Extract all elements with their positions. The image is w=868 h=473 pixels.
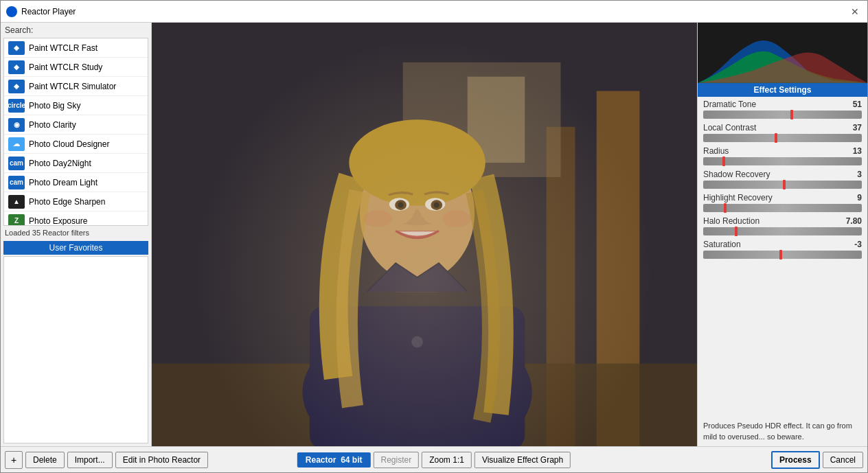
image-area	[152, 23, 697, 446]
setting-value-1: 37	[853, 123, 862, 132]
add-button[interactable]: +	[5, 451, 23, 469]
filter-label-paint-wtclr-study: Paint WTCLR Study	[29, 62, 102, 72]
setting-header-0: Dramatic Tone51	[703, 100, 862, 109]
setting-header-3: Shadow Recovery3	[703, 170, 862, 179]
filter-icon-paint-wtclr-study: ◆	[14, 63, 19, 71]
setting-header-1: Local Contrast37	[703, 123, 862, 132]
slider-thumb-3	[783, 180, 786, 189]
favorites-area	[3, 256, 148, 444]
bottom-right-controls: Process Cancel	[771, 451, 863, 469]
filter-icon-paint-wtclr-simulator: ◆	[14, 82, 19, 90]
setting-name-2: Radius	[703, 146, 729, 156]
filter-item-paint-wtclr-study[interactable]: ◆Paint WTCLR Study	[4, 58, 148, 77]
photo-overlay	[152, 23, 697, 446]
slider-track-0[interactable]	[703, 111, 862, 119]
bottom-left-controls: + Delete Import... Edit in Photo Reactor	[5, 451, 208, 469]
visualize-effect-graph-button[interactable]: Visualize Effect Graph	[475, 452, 571, 468]
slider-track-3[interactable]	[703, 181, 862, 189]
filter-icon-photo-edge-sharpen: ▲	[13, 198, 20, 205]
slider-track-6[interactable]	[703, 251, 862, 259]
slider-thumb-4	[724, 203, 727, 213]
titlebar: Reactor Player ✕	[1, 1, 867, 23]
effect-description: Produces Pseudo HDR effect. It can go fr…	[698, 417, 867, 446]
filter-item-photo-dream-light[interactable]: camPhoto Dream Light	[4, 173, 148, 192]
setting-row-1: Local Contrast37	[703, 123, 862, 142]
filter-icon-photo-big-sky: circle	[8, 102, 25, 109]
setting-value-0: 51	[853, 100, 862, 109]
slider-thumb-5	[735, 227, 738, 236]
setting-name-0: Dramatic Tone	[703, 100, 756, 109]
filter-icon-photo-cloud-designer: ☁	[13, 140, 20, 148]
window-title: Reactor Player	[21, 7, 848, 16]
slider-track-1[interactable]	[703, 134, 862, 142]
app-icon	[6, 6, 17, 17]
filter-label-photo-big-sky: Photo Big Sky	[29, 101, 80, 111]
filter-item-paint-wtclr-simulator[interactable]: ◆Paint WTCLR Simulator	[4, 77, 148, 96]
sidebar: Search: ◆Paint WTCLR Fast◆Paint WTCLR St…	[1, 23, 152, 446]
setting-row-0: Dramatic Tone51	[703, 100, 862, 119]
setting-value-5: 7.80	[846, 216, 862, 226]
setting-header-5: Halo Reduction7.80	[703, 216, 862, 226]
filter-item-photo-big-sky[interactable]: circlePhoto Big Sky	[4, 96, 148, 115]
histogram	[698, 23, 867, 83]
filter-icon-photo-day2night: cam	[10, 159, 23, 167]
cancel-button[interactable]: Cancel	[823, 452, 863, 468]
reactor-label: Reactor	[306, 455, 336, 465]
histogram-svg	[698, 23, 867, 83]
slider-track-2[interactable]	[703, 157, 862, 165]
filter-label-photo-dream-light: Photo Dream Light	[29, 178, 98, 187]
edit-in-photo-reactor-button[interactable]: Edit in Photo Reactor	[115, 452, 208, 468]
filter-icon-photo-clarity: ◉	[14, 121, 20, 128]
filter-icon-photo-exposure: Z	[14, 217, 19, 224]
slider-thumb-0	[790, 110, 793, 119]
filter-item-paint-wtclr-fast[interactable]: ◆Paint WTCLR Fast	[4, 38, 148, 58]
bottom-bar-wrapper: + Delete Import... Edit in Photo Reactor…	[5, 447, 863, 472]
process-button[interactable]: Process	[771, 451, 820, 469]
reactor-badge: Reactor 64 bit	[297, 452, 371, 468]
slider-thumb-1	[775, 133, 777, 143]
setting-value-4: 9	[857, 193, 862, 203]
filter-label-photo-clarity: Photo Clarity	[29, 120, 76, 130]
filter-item-photo-clarity[interactable]: ◉Photo Clarity	[4, 115, 148, 135]
image-container	[152, 23, 697, 446]
right-panel: Effect Settings Dramatic Tone51Local Con…	[697, 23, 867, 446]
bottom-center-controls: Reactor 64 bit Register Zoom 1:1 Visuali…	[297, 452, 571, 468]
slider-track-4[interactable]	[703, 204, 862, 212]
setting-row-4: Highlight Recovery9	[703, 193, 862, 212]
filter-label-photo-cloud-designer: Photo Cloud Designer	[29, 139, 109, 149]
setting-name-6: Saturation	[703, 240, 741, 249]
close-button[interactable]: ✕	[848, 5, 862, 19]
filter-label-paint-wtclr-simulator: Paint WTCLR Simulator	[29, 82, 116, 91]
filter-item-photo-day2night[interactable]: camPhoto Day2Night	[4, 154, 148, 173]
filter-item-photo-exposure[interactable]: ZPhoto Exposure	[4, 211, 148, 226]
delete-button[interactable]: Delete	[25, 452, 65, 468]
filter-icon-photo-dream-light: cam	[10, 178, 23, 186]
filter-item-photo-cloud-designer[interactable]: ☁Photo Cloud Designer	[4, 135, 148, 154]
loaded-count: Loaded 35 Reactor filters	[1, 226, 151, 240]
reactor-bit: 64 bit	[341, 455, 362, 465]
filter-item-photo-edge-sharpen[interactable]: ▲Photo Edge Sharpen	[4, 192, 148, 211]
effect-settings-label: Effect Settings	[698, 83, 867, 97]
setting-header-2: Radius13	[703, 146, 862, 156]
setting-value-2: 13	[853, 146, 862, 156]
setting-name-3: Shadow Recovery	[703, 170, 770, 179]
filter-label-photo-edge-sharpen: Photo Edge Sharpen	[29, 197, 105, 207]
filter-label-photo-day2night: Photo Day2Night	[29, 159, 91, 168]
import-button[interactable]: Import...	[67, 452, 113, 468]
user-favorites-label: User Favorites	[3, 241, 148, 255]
register-button[interactable]: Register	[374, 452, 420, 468]
setting-name-1: Local Contrast	[703, 123, 756, 132]
filter-list[interactable]: ◆Paint WTCLR Fast◆Paint WTCLR Study◆Pain…	[3, 38, 148, 226]
slider-track-5[interactable]	[703, 227, 862, 235]
zoom-button[interactable]: Zoom 1:1	[422, 452, 472, 468]
photo-display	[152, 23, 697, 446]
search-label: Search:	[1, 23, 151, 38]
filter-label-photo-exposure: Photo Exposure	[29, 216, 87, 226]
setting-header-6: Saturation-3	[703, 240, 862, 249]
setting-row-6: Saturation-3	[703, 240, 862, 259]
setting-header-4: Highlight Recovery9	[703, 193, 862, 203]
setting-name-4: Highlight Recovery	[703, 193, 773, 203]
filter-icon-paint-wtclr-fast: ◆	[14, 44, 19, 51]
settings-list: Dramatic Tone51Local Contrast37Radius13S…	[698, 97, 867, 417]
slider-thumb-2	[722, 157, 725, 166]
